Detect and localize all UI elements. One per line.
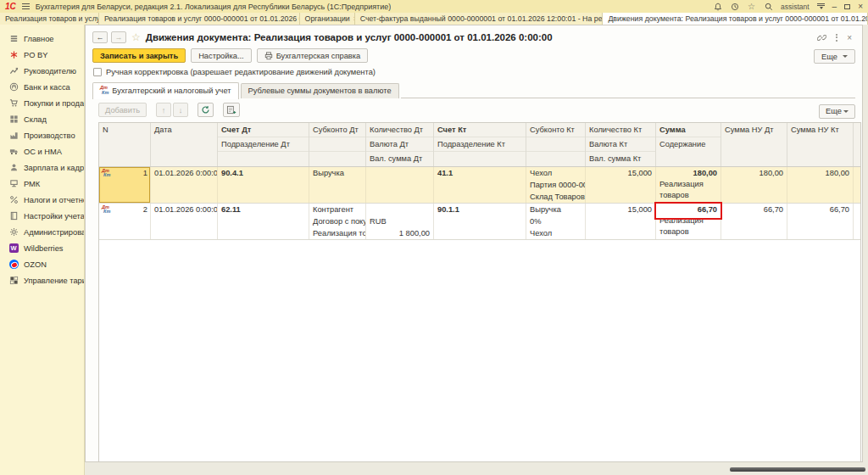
col-header-podr-dt: Подразделение Дт bbox=[218, 137, 309, 152]
sidebar-item-glavnoye[interactable]: Главное bbox=[0, 31, 84, 47]
window-minimize-button[interactable]: – bbox=[832, 3, 837, 11]
col-header-n: N bbox=[99, 123, 150, 137]
sidebar-item-upravlenie-tarifom[interactable]: Управление тарифом bbox=[0, 272, 84, 288]
move-up-button[interactable]: ↑ bbox=[156, 103, 171, 117]
nav-back-button[interactable]: ← bbox=[92, 31, 108, 43]
movements-grid[interactable]: N Дата Счет Дт Подразделение Дт Субконто… bbox=[98, 122, 861, 463]
service-menu-icon[interactable] bbox=[817, 3, 825, 9]
app-title: Бухгалтерия для Беларуси, редакция 2.1. … bbox=[36, 3, 391, 11]
tab-ruble-amounts[interactable]: Рублевые суммы документов в валюте bbox=[241, 83, 399, 98]
manual-adjustment-checkbox[interactable] bbox=[93, 68, 102, 76]
content-area: ← → ☆ Движения документа: Реализация тов… bbox=[85, 25, 868, 475]
sidebar-item-ozon[interactable]: OZON bbox=[0, 256, 84, 272]
tab-accounting-tax[interactable]: ДтКт Бухгалтерский и налоговый учет bbox=[92, 82, 239, 99]
table-row[interactable]: ДтКт 2 01.01.2026 0:00:00 62.11 Контраге… bbox=[99, 204, 860, 240]
save-and-close-button[interactable]: Записать и закрыть bbox=[92, 48, 186, 63]
sidebar-item-pokupki-i-prodazhi[interactable]: Покупки и продажи bbox=[0, 95, 84, 111]
cell-nu-kt: 66,70 bbox=[787, 204, 853, 215]
document-plus-icon bbox=[226, 105, 236, 115]
cell-schet-dt: 62.11 bbox=[218, 204, 309, 215]
window-tab-4[interactable]: Счет-фактура выданный 0000-0000001 от 01… bbox=[355, 13, 604, 25]
cell-date: 01.01.2026 0:00:00 bbox=[151, 204, 217, 215]
gear-icon bbox=[8, 227, 19, 238]
window-tab-2[interactable]: Реализация товаров и услуг 0000-000001 о… bbox=[99, 13, 300, 25]
cell-soderzhanie: Реализация товаров bbox=[656, 179, 721, 203]
notifications-bell-icon[interactable] bbox=[713, 2, 722, 11]
sidebar-item-administrirovanie[interactable]: Администрирование bbox=[0, 224, 84, 240]
settings-button[interactable]: Настройка... bbox=[191, 48, 252, 63]
view-tabs: ДтКт Бухгалтерский и налоговый учет Рубл… bbox=[86, 80, 862, 98]
grid-more-button[interactable]: Еще bbox=[819, 104, 855, 119]
cell-nu-dt: 66,70 bbox=[721, 204, 787, 215]
refresh-button[interactable] bbox=[198, 103, 214, 117]
row-selector-cell[interactable]: ДтКт 1 bbox=[99, 167, 151, 203]
window-tab-5-active[interactable]: Движения документа: Реализация товаров и… bbox=[603, 13, 868, 25]
grid-header: N Дата Счет Дт Подразделение Дт Субконто… bbox=[99, 123, 860, 167]
sidebar-item-sklad[interactable]: Склад bbox=[0, 111, 84, 127]
cell-soderzhanie: Реализация товаров bbox=[656, 215, 721, 239]
cell-kol-dt bbox=[366, 167, 433, 179]
col-header-valsum-dt: Вал. сумма Дт bbox=[366, 152, 433, 166]
sidebar-item-rukovoditelyu[interactable]: Руководителю bbox=[0, 63, 84, 79]
window-close-button[interactable]: × bbox=[858, 3, 863, 11]
window-tab-1[interactable]: Реализация товаров и услуг × bbox=[0, 13, 99, 25]
cell-subkonto-kt: Чехол bbox=[526, 167, 585, 179]
col-header-podr-kt: Подразделение Кт bbox=[434, 137, 526, 152]
trend-chart-icon bbox=[8, 66, 19, 76]
col-header-date: Дата bbox=[151, 123, 217, 137]
nav-forward-button[interactable]: → bbox=[111, 31, 126, 43]
cell-nu-dt: 180,00 bbox=[721, 167, 787, 179]
factory-icon bbox=[8, 131, 19, 141]
main-menu-icon[interactable] bbox=[22, 3, 30, 9]
sidebar-item-nastroyki-ucheta[interactable]: Настройки учета bbox=[0, 208, 84, 224]
window-maximize-button[interactable] bbox=[844, 4, 850, 9]
sidebar-item-bank-i-kassa[interactable]: Банк и касса bbox=[0, 79, 84, 95]
accounting-report-button[interactable] bbox=[223, 103, 240, 117]
taskbar-peek-bar bbox=[730, 467, 865, 472]
favorite-star-icon[interactable]: ☆ bbox=[131, 31, 141, 43]
history-icon[interactable] bbox=[730, 2, 739, 11]
form-more-button[interactable]: Еще bbox=[814, 49, 855, 64]
1c-logo-icon: 1С bbox=[5, 3, 16, 11]
sections-sidebar: Главное PO BY Руководителю Банк и касса … bbox=[0, 25, 85, 475]
get-link-icon[interactable] bbox=[817, 33, 826, 42]
table-row[interactable]: ДтКт 1 01.01.2026 0:00:00 90.4.1 Выручка bbox=[99, 167, 860, 204]
col-header-soderzhanie: Содержание bbox=[656, 137, 721, 166]
more-options-icon[interactable] bbox=[836, 34, 837, 42]
po-by-asterisk-icon bbox=[8, 50, 19, 60]
cell-kol-kt: 15,000 bbox=[586, 204, 655, 215]
cell-kol-dt bbox=[366, 204, 433, 215]
warehouse-grid-icon bbox=[8, 115, 19, 125]
dt-kt-icon: ДтКт bbox=[100, 86, 108, 95]
form-close-icon[interactable]: × bbox=[847, 33, 852, 42]
sidebar-item-rmk[interactable]: РМК bbox=[0, 176, 84, 192]
tariff-squares-icon bbox=[8, 276, 19, 286]
percent-icon bbox=[8, 195, 19, 205]
sidebar-item-wildberries[interactable]: W Wildberries bbox=[0, 240, 84, 256]
manual-adjustment-label: Ручная корректировка (разрешает редактир… bbox=[106, 68, 376, 76]
wildberries-icon: W bbox=[8, 243, 19, 254]
cell-subkonto-kt: Выручка bbox=[526, 204, 585, 215]
truck-icon bbox=[8, 147, 19, 157]
col-header-kol-kt: Количество Кт bbox=[586, 123, 655, 137]
add-row-button[interactable]: Добавить bbox=[98, 103, 147, 117]
col-header-schet-dt: Счет Дт bbox=[218, 123, 309, 137]
sidebar-item-os-i-nma[interactable]: ОС и НМА bbox=[0, 143, 84, 159]
sidebar-item-nalogi-i-otchetnost[interactable]: Налоги и отчетность bbox=[0, 192, 84, 208]
grid-toolbar: Добавить ↑ ↓ Еще bbox=[86, 98, 862, 122]
sidebar-item-po-by[interactable]: PO BY bbox=[0, 47, 84, 63]
menu-lines-icon bbox=[8, 34, 19, 44]
accounting-reference-button[interactable]: Бухгалтерская справка bbox=[257, 48, 369, 63]
col-header-val-dt: Валюта Дт bbox=[366, 137, 433, 152]
favorites-star-icon[interactable]: ☆ bbox=[747, 2, 756, 11]
sidebar-item-proizvodstvo[interactable]: Производство bbox=[0, 127, 84, 143]
search-icon[interactable] bbox=[764, 2, 773, 11]
current-user-label[interactable]: assistant bbox=[781, 3, 810, 11]
cell-schet-dt: 90.4.1 bbox=[218, 167, 309, 179]
cell-nu-kt: 180,00 bbox=[787, 167, 853, 179]
col-header-summa: Сумма bbox=[656, 123, 721, 137]
move-down-button[interactable]: ↓ bbox=[173, 103, 188, 117]
sidebar-item-zarplata-i-kadry[interactable]: Зарплата и кадры bbox=[0, 159, 84, 176]
row-number: 2 bbox=[143, 205, 147, 214]
window-tab-3[interactable]: Организации × bbox=[300, 13, 355, 25]
